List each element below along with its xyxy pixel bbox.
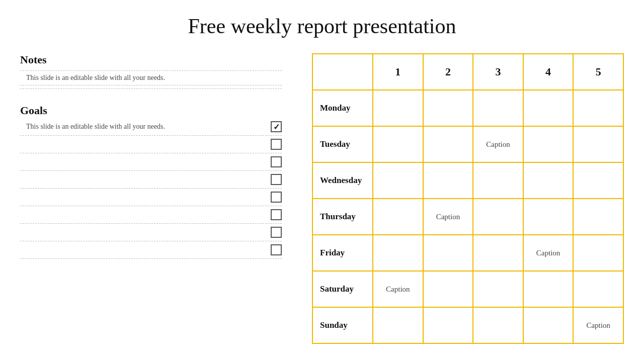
cell-sunday-1: [373, 307, 423, 343]
goal-divider-7: [20, 241, 282, 241]
day-label-thursday: Thursday: [312, 199, 373, 235]
cell-wednesday-3: [473, 162, 523, 199]
cell-saturday-1: Caption: [373, 271, 423, 307]
goal-item-4: [20, 174, 282, 185]
checkbox-1[interactable]: [271, 121, 282, 132]
cell-friday-1: [373, 235, 423, 271]
goals-section: Goals This slide is an editable slide wi…: [20, 104, 282, 259]
goals-list: This slide is an editable slide with all…: [20, 121, 282, 259]
cell-saturday-3: [473, 271, 523, 307]
table-row-monday: Monday: [312, 90, 623, 126]
cell-sunday-2: [423, 307, 473, 343]
divider-1: [20, 70, 282, 71]
table-row-thursday: ThursdayCaption: [312, 199, 623, 235]
cell-sunday-4: [523, 307, 574, 343]
cell-monday-2: [423, 90, 473, 126]
header-4: 4: [523, 54, 574, 90]
cell-saturday-5: [573, 271, 623, 307]
goal-divider-1: [20, 135, 282, 136]
cell-thursday-5: [573, 199, 623, 235]
checkbox-7[interactable]: [271, 227, 282, 238]
header-1: 1: [373, 54, 423, 90]
table-header-row: 1 2 3 4 5: [312, 54, 623, 90]
table-row-sunday: SundayCaption: [312, 307, 623, 343]
goal-item-7: [20, 227, 282, 238]
goal-item-3: [20, 156, 282, 167]
cell-saturday-2: [423, 271, 473, 307]
notes-section: Notes This slide is an editable slide wi…: [20, 53, 282, 89]
day-label-sunday: Sunday: [312, 307, 373, 343]
day-label-wednesday: Wednesday: [312, 162, 373, 199]
cell-monday-1: [373, 90, 423, 126]
cell-sunday-5: Caption: [573, 307, 623, 343]
cell-thursday-2: Caption: [423, 199, 473, 235]
notes-text: This slide is an editable slide with all…: [26, 74, 282, 82]
checkbox-3[interactable]: [271, 156, 282, 167]
cell-wednesday-2: [423, 162, 473, 199]
schedule-table: 1 2 3 4 5 MondayTuesdayCaptionWednesdayT…: [312, 53, 624, 344]
cell-saturday-4: [523, 271, 574, 307]
cell-friday-4: Caption: [523, 235, 574, 271]
header-3: 3: [473, 54, 523, 90]
cell-sunday-3: [473, 307, 523, 343]
header-empty: [312, 54, 373, 90]
goal-divider-6: [20, 223, 282, 224]
table-row-tuesday: TuesdayCaption: [312, 126, 623, 162]
goal-text-1: This slide is an editable slide with all…: [26, 123, 266, 131]
goal-divider-5: [20, 206, 282, 206]
cell-monday-3: [473, 90, 523, 126]
table-row-wednesday: Wednesday: [312, 162, 623, 199]
cell-monday-5: [573, 90, 623, 126]
cell-tuesday-2: [423, 126, 473, 162]
divider-2: [20, 85, 282, 85]
cell-friday-3: [473, 235, 523, 271]
header-5: 5: [573, 54, 623, 90]
day-label-saturday: Saturday: [312, 271, 373, 307]
checkbox-2[interactable]: [271, 139, 282, 150]
cell-friday-5: [573, 235, 623, 271]
goal-item-5: [20, 192, 282, 203]
cell-friday-2: [423, 235, 473, 271]
goals-heading: Goals: [20, 104, 282, 117]
goal-item-1: This slide is an editable slide with all…: [20, 121, 282, 132]
page-title: Free weekly report presentation: [0, 0, 644, 48]
cell-tuesday-1: [373, 126, 423, 162]
cell-thursday-1: [373, 199, 423, 235]
checkbox-8[interactable]: [271, 244, 282, 255]
cell-wednesday-5: [573, 162, 623, 199]
day-label-tuesday: Tuesday: [312, 126, 373, 162]
goal-divider-4: [20, 188, 282, 189]
goal-divider-3: [20, 170, 282, 171]
checkbox-5[interactable]: [271, 192, 282, 203]
cell-thursday-3: [473, 199, 523, 235]
cell-thursday-4: [523, 199, 574, 235]
cell-tuesday-4: [523, 126, 574, 162]
table-row-friday: FridayCaption: [312, 235, 623, 271]
day-label-monday: Monday: [312, 90, 373, 126]
cell-monday-4: [523, 90, 574, 126]
goal-divider-2: [20, 153, 282, 153]
goal-divider-8: [20, 258, 282, 259]
left-panel: Notes This slide is an editable slide wi…: [20, 48, 282, 360]
header-2: 2: [423, 54, 473, 90]
goal-item-6: [20, 209, 282, 220]
checkbox-4[interactable]: [271, 174, 282, 185]
goal-item-8: [20, 244, 282, 255]
divider-3: [20, 88, 282, 89]
cell-wednesday-1: [373, 162, 423, 199]
checkbox-6[interactable]: [271, 209, 282, 220]
notes-heading: Notes: [20, 53, 282, 66]
table-row-saturday: SaturdayCaption: [312, 271, 623, 307]
goal-item-2: [20, 139, 282, 150]
day-label-friday: Friday: [312, 235, 373, 271]
cell-wednesday-4: [523, 162, 574, 199]
cell-tuesday-3: Caption: [473, 126, 523, 162]
right-panel: 1 2 3 4 5 MondayTuesdayCaptionWednesdayT…: [312, 48, 624, 360]
cell-tuesday-5: [573, 126, 623, 162]
